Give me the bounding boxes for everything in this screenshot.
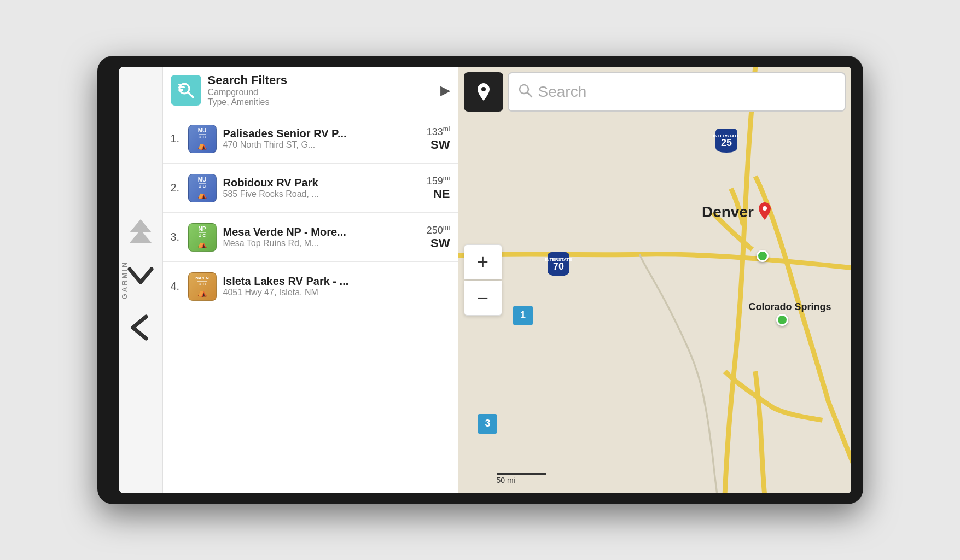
result-number-4: 4. — [171, 280, 188, 293]
chevron-left-icon — [127, 314, 154, 341]
svg-text:70: 70 — [553, 261, 564, 272]
chevron-down-icon — [127, 265, 154, 292]
scroll-down-button[interactable] — [127, 265, 154, 292]
result-address-1: 470 North Third ST, G... — [223, 140, 422, 150]
scroll-back-button[interactable] — [127, 314, 154, 341]
result-item-3[interactable]: 3. NP U·C ⛺ Mesa Verde NP - More... Mesa… — [163, 213, 458, 262]
svg-point-6 — [481, 87, 486, 91]
denver-label: Denver — [702, 203, 754, 221]
co-springs-dot — [776, 314, 788, 326]
result-address-2: 585 Five Rocks Road, ... — [223, 189, 422, 199]
interstate-70-badge: INTERSTATE 70 — [544, 250, 573, 281]
svg-rect-4 — [178, 89, 183, 91]
denver-dot — [757, 250, 769, 262]
scale-line — [497, 473, 546, 475]
map-header: Search — [458, 67, 851, 117]
location-button[interactable] — [464, 72, 503, 112]
filter-icon — [171, 75, 201, 106]
svg-point-9 — [763, 206, 767, 211]
result-number-1: 1. — [171, 132, 188, 145]
garmin-device: GARMIN — [97, 56, 863, 504]
result-name-1: Palisades Senior RV P... — [223, 127, 422, 140]
result-name-2: Robidoux RV Park — [223, 177, 422, 189]
svg-text:25: 25 — [721, 137, 732, 148]
result-icon-3: NP U·C ⛺ — [188, 223, 217, 252]
filter-subtitle: Campground Type, Amenities — [208, 88, 436, 107]
map-svg — [458, 67, 851, 493]
result-info-4: Isleta Lakes RV Park - ... 4051 Hwy 47, … — [223, 275, 446, 298]
scroll-up-button[interactable] — [130, 219, 152, 243]
result-icon-4: NA/FN U·C ⛺ — [188, 272, 217, 301]
result-icon-1: MU U·C ⛺ — [188, 125, 217, 153]
search-bar[interactable]: Search — [508, 72, 846, 112]
co-springs-location: Colorado Springs — [749, 301, 831, 313]
result-number-3: 3. — [171, 231, 188, 243]
filter-title: Search Filters — [208, 73, 436, 88]
interstate-25-badge: INTERSTATE 25 — [712, 126, 741, 157]
result-distance-2: 159mi NE — [427, 174, 450, 201]
svg-rect-3 — [178, 86, 185, 88]
result-name-4: Isleta Lakes RV Park - ... — [223, 275, 446, 288]
result-name-3: Mesa Verde NP - More... — [223, 226, 422, 238]
filter-text: Search Filters Campground Type, Amenitie… — [208, 73, 436, 107]
result-info-3: Mesa Verde NP - More... Mesa Top Ruins R… — [223, 226, 422, 248]
search-icon — [517, 83, 533, 102]
left-panel: Search Filters Campground Type, Amenitie… — [119, 67, 458, 493]
result-distance-3: 250mi SW — [427, 224, 450, 250]
filter-arrow: ▶ — [440, 83, 450, 98]
map-badge-3: 3 — [478, 414, 497, 434]
zoom-in-button[interactable]: + — [464, 244, 502, 279]
result-item-4[interactable]: 4. NA/FN U·C ⛺ Isleta Lakes RV Park - ..… — [163, 262, 458, 311]
map-panel: Search + − Denver — [458, 67, 851, 493]
brand-label: GARMIN — [120, 261, 128, 300]
search-filters-row[interactable]: Search Filters Campground Type, Amenitie… — [163, 67, 458, 114]
svg-rect-2 — [178, 84, 187, 85]
svg-line-1 — [188, 92, 193, 97]
location-pin-icon — [473, 81, 494, 103]
search-text: Search — [538, 83, 587, 101]
zoom-controls: + − — [464, 244, 502, 316]
result-info-1: Palisades Senior RV P... 470 North Third… — [223, 127, 422, 150]
results-list: Search Filters Campground Type, Amenitie… — [163, 67, 458, 493]
denver-location: Denver — [702, 203, 772, 221]
zoom-out-button[interactable]: − — [464, 281, 502, 316]
result-distance-1: 133mi SW — [427, 125, 450, 152]
result-info-2: Robidoux RV Park 585 Five Rocks Road, ..… — [223, 177, 422, 199]
map-badge-1: 1 — [513, 306, 533, 325]
result-item-1[interactable]: 1. MU U·C ⛺ Palisades Senior RV P... 470… — [163, 114, 458, 164]
scale-bar: 50 mi — [497, 473, 546, 485]
screen: Search Filters Campground Type, Amenitie… — [119, 67, 851, 493]
denver-pin-icon — [757, 201, 772, 221]
scale-text: 50 mi — [497, 476, 515, 485]
result-address-3: Mesa Top Ruins Rd, M... — [223, 238, 422, 248]
result-address-4: 4051 Hwy 47, Isleta, NM — [223, 288, 446, 298]
co-springs-label: Colorado Springs — [749, 301, 831, 312]
result-number-2: 2. — [171, 182, 188, 194]
result-icon-2: MU U·C ⛺ — [188, 174, 217, 202]
svg-line-8 — [527, 92, 532, 97]
result-item-2[interactable]: 2. MU U·C ⛺ Robidoux RV Park 585 Five Ro… — [163, 164, 458, 213]
